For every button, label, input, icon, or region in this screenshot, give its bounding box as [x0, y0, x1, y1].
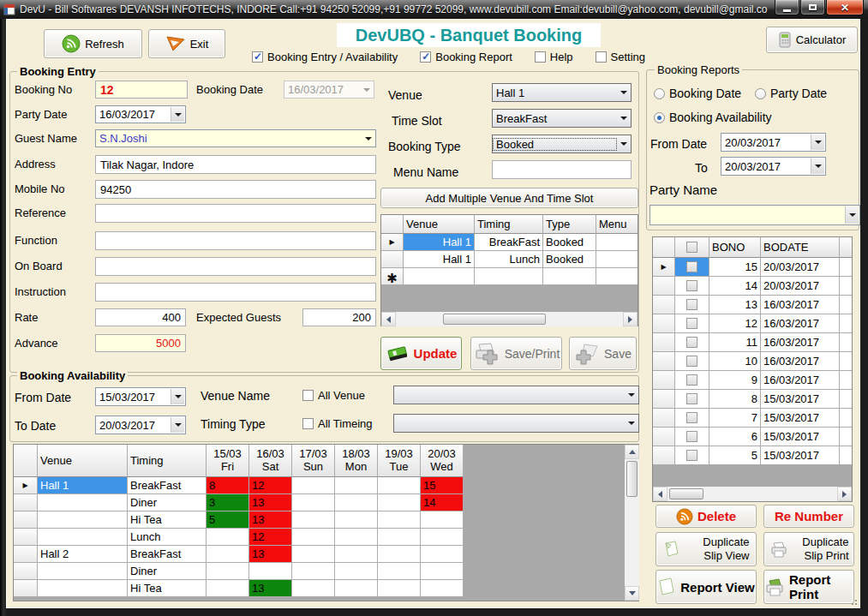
- all-venue-checkbox[interactable]: All Venue: [302, 389, 365, 402]
- cell[interactable]: [475, 268, 543, 285]
- calculator-button[interactable]: Calculator: [766, 27, 858, 53]
- bodate-cell[interactable]: 15/03/2017: [761, 446, 840, 465]
- booking-count-cell[interactable]: [249, 563, 292, 580]
- bono-cell[interactable]: 9: [709, 371, 761, 390]
- bodate-cell[interactable]: 16/03/2017: [761, 296, 840, 314]
- row-checkbox-cell[interactable]: [675, 333, 709, 352]
- guest-name-select[interactable]: S.N.Joshi: [95, 129, 376, 147]
- bodate-cell[interactable]: 20/03/2017: [761, 277, 840, 296]
- renumber-button[interactable]: Re Number: [763, 505, 854, 528]
- bono-cell[interactable]: 13: [709, 296, 761, 314]
- booking-count-cell[interactable]: 13: [249, 511, 292, 529]
- column-header[interactable]: BODATE: [761, 237, 840, 258]
- scroll-up-icon[interactable]: [625, 445, 639, 459]
- venue-cell[interactable]: [38, 563, 128, 580]
- date-column-header[interactable]: 16/03Sat: [249, 445, 292, 477]
- row-checkbox-cell[interactable]: [675, 296, 709, 314]
- table-row[interactable]: 615/03/2017: [653, 428, 852, 446]
- booking-count-cell[interactable]: 8: [207, 477, 249, 494]
- booking-count-cell[interactable]: 12: [249, 477, 292, 494]
- scroll-left-icon[interactable]: [653, 487, 667, 501]
- cell[interactable]: [840, 314, 853, 333]
- instruction-input[interactable]: [95, 283, 376, 302]
- duplicate-slip-view-button[interactable]: Duplicate Slip View: [655, 532, 757, 566]
- cell[interactable]: BreakFast: [475, 234, 543, 251]
- booking-count-cell[interactable]: [292, 529, 335, 546]
- cell[interactable]: Booked: [543, 251, 596, 268]
- update-button[interactable]: Update: [380, 337, 462, 370]
- booking-date-select[interactable]: 16/03/2017: [284, 81, 374, 99]
- advance-input[interactable]: 5000: [95, 334, 186, 352]
- booking-count-cell[interactable]: [207, 529, 249, 546]
- booking-no-field[interactable]: 12: [95, 81, 188, 99]
- table-row[interactable]: 815/03/2017: [653, 390, 852, 409]
- booking-count-cell[interactable]: [292, 563, 335, 580]
- booking-count-cell[interactable]: [292, 477, 335, 494]
- column-header[interactable]: Venue: [38, 445, 128, 477]
- timing-cell[interactable]: Diner: [128, 494, 207, 511]
- booking-count-cell[interactable]: [207, 546, 249, 563]
- row-checkbox-cell[interactable]: [675, 277, 709, 296]
- cell[interactable]: [840, 277, 853, 296]
- cell[interactable]: [840, 296, 853, 314]
- scroll-thumb[interactable]: [669, 488, 703, 499]
- date-column-header[interactable]: 18/03Mon: [335, 445, 378, 477]
- venue-filter-select[interactable]: [393, 386, 639, 404]
- booking-count-cell[interactable]: [335, 511, 378, 529]
- column-header[interactable]: Type: [543, 215, 596, 234]
- timing-cell[interactable]: Hi Tea: [128, 511, 207, 529]
- bono-grid-hscrollbar[interactable]: [653, 487, 852, 501]
- cell[interactable]: [840, 371, 853, 390]
- function-input[interactable]: [95, 231, 376, 250]
- bodate-cell[interactable]: 16/03/2017: [761, 371, 840, 390]
- all-timing-checkbox[interactable]: All Timeing: [302, 417, 373, 430]
- report-from-date-select[interactable]: 20/03/2017: [721, 133, 826, 152]
- maximize-button[interactable]: [800, 0, 825, 15]
- bodate-cell[interactable]: 15/03/2017: [761, 428, 840, 446]
- booking-count-cell[interactable]: [292, 494, 335, 511]
- minimize-button[interactable]: [775, 0, 799, 15]
- cell[interactable]: Lunch: [475, 251, 543, 268]
- timing-cell[interactable]: Hi Tea: [128, 580, 207, 597]
- cell[interactable]: [840, 333, 853, 352]
- scroll-down-icon[interactable]: [625, 586, 639, 601]
- duplicate-slip-print-button[interactable]: Duplicate Slip Print: [763, 532, 854, 566]
- save-button[interactable]: Save: [569, 337, 637, 370]
- table-row[interactable]: Hi Tea13: [14, 580, 638, 597]
- table-row[interactable]: 1116/03/2017: [653, 333, 852, 352]
- table-row[interactable]: Hall 2BreakFast13: [14, 546, 638, 563]
- report-view-button[interactable]: Report View: [655, 570, 757, 604]
- timing-cell[interactable]: Lunch: [128, 529, 207, 546]
- table-row[interactable]: Diner: [14, 563, 638, 580]
- booking-count-cell[interactable]: [292, 546, 335, 563]
- venue-select[interactable]: Hall 1: [492, 83, 632, 102]
- column-header[interactable]: Timing: [475, 215, 543, 234]
- booking-count-cell[interactable]: [421, 546, 464, 563]
- bodate-cell[interactable]: 16/03/2017: [761, 352, 840, 371]
- cell[interactable]: [840, 409, 853, 428]
- titlebar[interactable]: DevU - Bill Softwares DEVANSH INFOTECHS,…: [0, 0, 868, 19]
- cell[interactable]: [596, 268, 638, 285]
- booking-count-cell[interactable]: 15: [421, 477, 464, 494]
- row-checkbox-cell[interactable]: [675, 371, 709, 390]
- column-header[interactable]: Venue: [404, 215, 475, 234]
- booking-count-cell[interactable]: [378, 529, 421, 546]
- booking-count-cell[interactable]: [421, 563, 464, 580]
- cell[interactable]: [404, 268, 475, 285]
- date-column-header[interactable]: 17/03Sun: [292, 445, 335, 477]
- row-checkbox-cell[interactable]: [675, 352, 709, 371]
- column-header[interactable]: BONO: [709, 237, 761, 258]
- cell[interactable]: [840, 446, 853, 465]
- timing-filter-select[interactable]: [393, 414, 639, 433]
- table-row[interactable]: 916/03/2017: [653, 371, 852, 390]
- nav-checkbox-3[interactable]: Setting: [596, 51, 645, 63]
- close-button[interactable]: ✕: [826, 0, 864, 15]
- booking-count-cell[interactable]: [335, 580, 378, 597]
- time-slot-select[interactable]: BreakFast: [492, 109, 632, 128]
- bono-cell[interactable]: 6: [709, 428, 761, 446]
- table-row[interactable]: Hi Tea513: [14, 511, 638, 529]
- availability-grid-vscrollbar[interactable]: [625, 445, 639, 601]
- booking-count-cell[interactable]: [378, 477, 421, 494]
- row-checkbox-cell[interactable]: [675, 390, 709, 409]
- timing-cell[interactable]: BreakFast: [128, 546, 207, 563]
